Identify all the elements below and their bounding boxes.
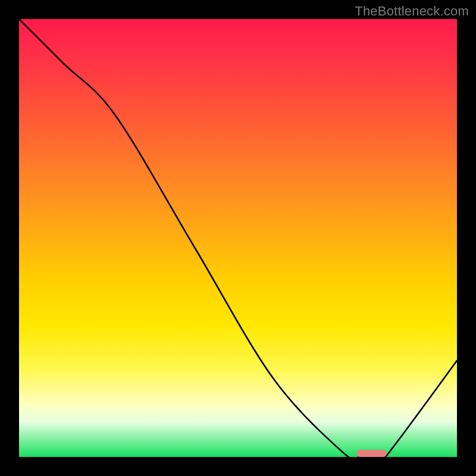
optimal-range-marker xyxy=(356,450,387,457)
chart-frame: TheBottleneck.com xyxy=(0,0,476,476)
watermark-text: TheBottleneck.com xyxy=(355,4,469,19)
bottleneck-curve xyxy=(19,19,457,457)
chart-plot-area xyxy=(19,19,457,457)
